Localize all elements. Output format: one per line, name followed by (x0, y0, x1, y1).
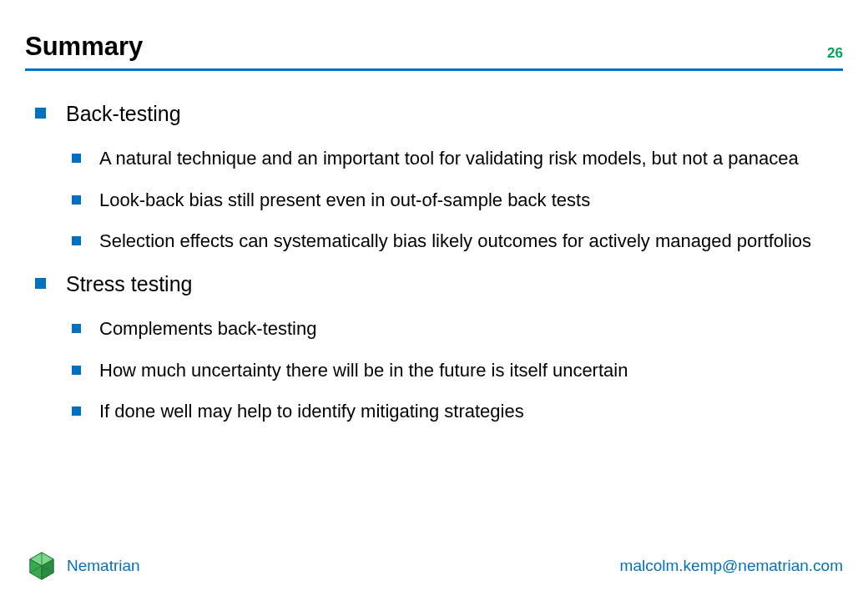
list-item-text: If done well may help to identify mitiga… (99, 400, 524, 423)
nematrian-logo-icon (25, 549, 58, 583)
list-item: If done well may help to identify mitiga… (72, 400, 820, 423)
contact-email: malcolm.kemp@nematrian.com (620, 557, 843, 575)
list-item-text: Complements back-testing (99, 317, 316, 341)
slide-title: Summary (25, 32, 143, 62)
list-item: Look-back bias still present even in out… (72, 189, 820, 212)
page-number: 26 (827, 45, 843, 62)
square-bullet-icon (72, 236, 81, 245)
section-items: A natural technique and an important too… (72, 147, 820, 253)
section-heading-row: Back-testing (35, 101, 820, 127)
square-bullet-icon (72, 195, 81, 205)
brand-name: Nematrian (67, 557, 140, 575)
list-item: Complements back-testing (72, 317, 820, 341)
list-item: How much uncertainty there will be in th… (72, 359, 820, 382)
square-bullet-icon (72, 324, 81, 333)
section-heading-row: Stress testing (35, 271, 820, 297)
square-bullet-icon (72, 366, 81, 375)
list-item: A natural technique and an important too… (72, 147, 820, 170)
square-bullet-icon (35, 278, 46, 289)
section-heading: Stress testing (66, 271, 192, 297)
section-heading: Back-testing (66, 101, 181, 127)
section-items: Complements back-testing How much uncert… (72, 317, 820, 423)
list-item-text: Look-back bias still present even in out… (99, 189, 590, 212)
slide-footer: Nematrian malcolm.kemp@nematrian.com (25, 549, 843, 583)
square-bullet-icon (35, 108, 46, 119)
brand-block: Nematrian (25, 549, 140, 583)
list-item-text: How much uncertainty there will be in th… (99, 359, 628, 382)
slide-content: Back-testing A natural technique and an … (25, 71, 843, 423)
square-bullet-icon (72, 407, 81, 416)
list-item-text: A natural technique and an important too… (99, 147, 799, 170)
square-bullet-icon (72, 154, 81, 163)
slide-container: Summary 26 Back-testing A natural techni… (0, 0, 868, 601)
list-item: Selection effects can systematically bia… (72, 230, 820, 253)
slide-header: Summary 26 (25, 32, 843, 67)
list-item-text: Selection effects can systematically bia… (99, 230, 811, 253)
